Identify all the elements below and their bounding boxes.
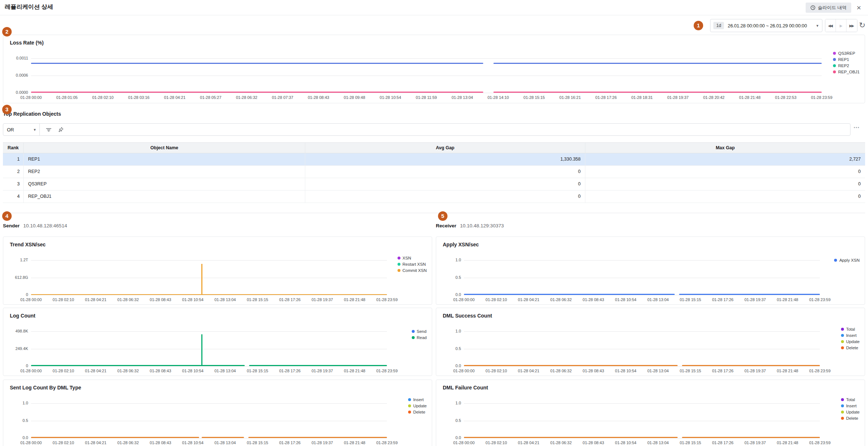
x-axis-tick: 01-28 19:37 [740, 369, 771, 373]
log-count-chart[interactable]: 498.8K249.4K001-28 00:0001-28 02:1001-28… [7, 328, 387, 375]
refresh-icon[interactable]: ↻ [857, 19, 868, 32]
table-row[interactable]: 1 REP1 1,330.358 2,727 [3, 153, 865, 166]
legend-dot [841, 411, 844, 414]
legend-item[interactable]: Delete [408, 410, 427, 414]
legend-item[interactable]: Update [408, 404, 427, 408]
filter-icon[interactable] [46, 124, 52, 135]
x-axis-tick: 01-28 23:59 [372, 369, 402, 373]
legend-item[interactable]: Send [412, 329, 427, 334]
series-line [31, 92, 483, 93]
series-line [249, 365, 387, 366]
filter-operator-select[interactable]: OR ▾ [3, 124, 40, 135]
pin-icon[interactable] [58, 124, 64, 135]
x-axis-tick: 01-28 04:21 [80, 297, 111, 302]
close-icon[interactable]: × [854, 3, 864, 13]
slide-history-label: 슬라이드 내역 [818, 5, 846, 11]
legend-item[interactable]: Commit XSN [398, 268, 427, 273]
x-axis-tick: 01-28 19:37 [307, 441, 338, 445]
legend-item[interactable]: Insert [841, 333, 860, 338]
series-line [31, 63, 483, 64]
fast-forward-icon[interactable]: ▶▶ [846, 19, 857, 32]
loss-rate-card: Loss Rate (%) 0.00110.00060.000001-28 00… [3, 35, 865, 103]
log-count-legend: SendRead [412, 329, 427, 340]
legend-item[interactable]: Apply XSN [834, 258, 860, 262]
dml-success-legend: TotalInsertUpdateDelete [841, 327, 860, 350]
page-title: 레플리케이션 상세 [5, 3, 53, 11]
x-axis-tick: 01-28 02:10 [481, 441, 512, 445]
x-axis-tick: 01-28 23:59 [806, 95, 837, 100]
x-axis-tick: 01-28 00:00 [16, 95, 46, 100]
legend-item[interactable]: Update [841, 410, 860, 414]
x-axis-tick: 01-28 13:04 [210, 441, 240, 445]
column-header-avg-gap[interactable]: Avg Gap [305, 143, 585, 153]
legend-label: XSN [403, 256, 411, 260]
cell-max-gap: 0 [585, 166, 865, 178]
sent-log-by-dml-chart[interactable]: 1.00.50.001-28 00:0001-28 02:1001-28 04:… [7, 400, 387, 446]
x-axis-tick: 01-28 15:15 [242, 297, 273, 302]
legend-item[interactable]: Delete [841, 346, 860, 350]
receiver-address: 10.10.48.129:30373 [460, 223, 504, 228]
legend-item[interactable]: Update [841, 339, 860, 344]
legend-item[interactable]: REP1 [833, 57, 860, 62]
x-axis-tick: 01-28 17:26 [591, 95, 621, 100]
legend-item[interactable]: Insert [841, 404, 860, 408]
legend-item[interactable]: REP_OBJ1 [833, 70, 860, 74]
more-options-icon[interactable]: ••• [854, 126, 860, 130]
y-axis-tick: 1.0 [440, 258, 461, 262]
cell-rank: 1 [3, 153, 24, 165]
cell-avg-gap: 1,330.358 [305, 153, 585, 165]
step-back-icon[interactable]: ◀◀ [825, 19, 836, 32]
cell-avg-gap: 0 [305, 191, 585, 203]
gridline [31, 366, 387, 366]
table-row[interactable]: 2 REP2 0 0 [3, 166, 865, 178]
series-line [202, 437, 244, 438]
cell-object-name: QS3REP [24, 178, 305, 190]
y-axis-tick: 1.2T [7, 258, 28, 262]
series-line [493, 92, 822, 93]
x-axis-tick: 01-28 17:26 [708, 441, 738, 445]
table-row[interactable]: 4 REP_OBJ1 0 0 [3, 191, 865, 203]
legend-label: Total [846, 397, 855, 402]
gridline [464, 421, 820, 421]
column-header-object-name[interactable]: Object Name [24, 143, 305, 153]
legend-item[interactable]: Delete [841, 416, 860, 420]
legend-item[interactable]: Read [412, 335, 427, 340]
legend-item[interactable]: XSN [398, 256, 427, 260]
sender-label: Sender [3, 223, 20, 228]
legend-dot [833, 58, 836, 61]
x-axis-tick: 01-28 08:43 [303, 95, 334, 100]
x-axis-tick: 01-28 19:37 [663, 95, 693, 100]
legend-item[interactable]: Total [841, 397, 860, 402]
legend-item[interactable]: QS3REP [833, 51, 860, 55]
x-axis-tick: 01-28 00:00 [16, 297, 46, 302]
slide-history-button[interactable]: 슬라이드 내역 [806, 3, 851, 13]
column-header-rank[interactable]: Rank [3, 143, 24, 153]
legend-item[interactable]: Insert [408, 397, 427, 402]
loss-rate-chart[interactable]: 0.00110.00060.000001-28 00:0001-28 01:05… [7, 55, 822, 101]
legend-label: Restart XSN [403, 262, 426, 266]
x-axis-tick: 01-28 23:59 [805, 441, 835, 445]
chart-title: Apply XSN/sec [443, 242, 479, 247]
x-axis-tick: 01-28 10:54 [178, 441, 208, 445]
dml-failure-chart[interactable]: 1.00.50.001-28 00:0001-28 02:1001-28 04:… [440, 400, 820, 446]
y-axis-tick: 0.0 [440, 364, 461, 368]
x-axis-tick: 01-28 08:43 [145, 441, 176, 445]
step-forward-disabled-icon[interactable]: ▶ [836, 19, 846, 32]
time-range-selector[interactable]: 1d 26.01.28 00:00:00 ~ 26.01.29 00:00:00… [710, 19, 822, 32]
legend-item[interactable]: Total [841, 327, 860, 331]
trend-xsn-chart[interactable]: 1.2T612.8G001-28 00:0001-28 02:1001-28 0… [7, 257, 387, 304]
gridline [31, 331, 387, 332]
column-header-max-gap[interactable]: Max Gap [585, 143, 865, 153]
legend-item[interactable]: REP2 [833, 64, 860, 68]
x-axis-tick: 01-28 13:04 [643, 369, 673, 373]
legend-item[interactable]: Restart XSN [398, 262, 427, 266]
table-row[interactable]: 3 QS3REP 0 0 [3, 178, 865, 191]
x-axis-tick: 01-28 06:32 [546, 441, 576, 445]
x-axis-tick: 01-28 23:59 [805, 369, 835, 373]
x-axis-tick: 01-28 03:16 [124, 95, 154, 100]
x-axis-tick: 01-28 23:59 [372, 441, 402, 445]
apply-xsn-chart[interactable]: 1.00.50.001-28 00:0001-28 02:1001-28 04:… [440, 257, 820, 304]
x-axis-tick: 01-28 10:54 [611, 369, 641, 373]
gridline [464, 260, 820, 261]
dml-success-chart[interactable]: 1.00.50.001-28 00:0001-28 02:1001-28 04:… [440, 328, 820, 375]
